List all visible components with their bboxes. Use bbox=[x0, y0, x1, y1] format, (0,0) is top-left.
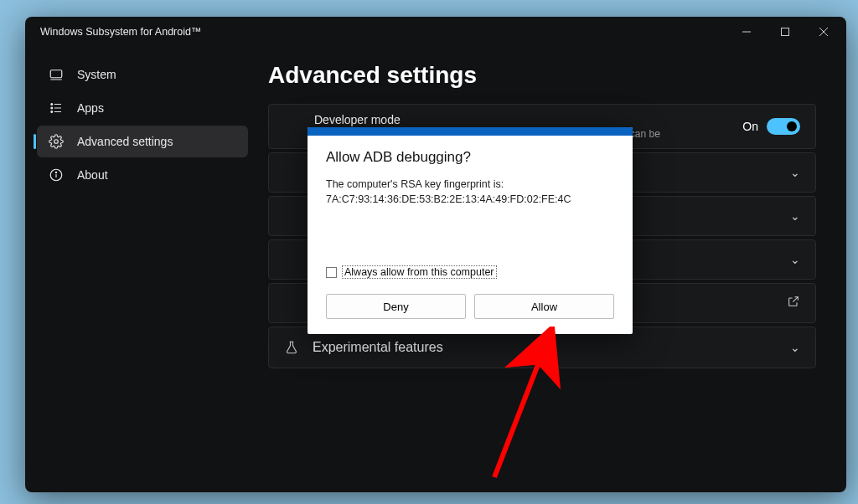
sidebar-item-label: System bbox=[77, 68, 116, 81]
sidebar-item-system[interactable]: System bbox=[37, 59, 248, 90]
svg-rect-1 bbox=[782, 28, 789, 36]
external-link-icon bbox=[787, 295, 800, 311]
flask-icon bbox=[284, 340, 299, 355]
sidebar-item-label: Apps bbox=[77, 101, 104, 115]
dialog-accent-bar bbox=[308, 127, 633, 136]
always-allow-checkbox[interactable] bbox=[326, 267, 337, 278]
sidebar: System Apps Advanced settings About bbox=[25, 47, 260, 492]
list-icon bbox=[49, 100, 64, 116]
minimize-button[interactable] bbox=[727, 17, 766, 47]
deny-button[interactable]: Deny bbox=[326, 294, 466, 319]
svg-point-6 bbox=[51, 104, 53, 105]
titlebar: Windows Subsystem for Android™ bbox=[25, 17, 846, 47]
sidebar-item-label: About bbox=[77, 168, 108, 182]
svg-point-12 bbox=[54, 140, 59, 144]
dialog-title: Allow ADB debugging? bbox=[326, 149, 614, 166]
close-button[interactable] bbox=[804, 17, 843, 47]
monitor-icon bbox=[49, 67, 64, 82]
sidebar-item-label: Advanced settings bbox=[77, 135, 173, 148]
sidebar-item-apps[interactable]: Apps bbox=[37, 92, 248, 124]
dialog-text-line: The computer's RSA key fingerprint is: bbox=[326, 177, 614, 193]
developer-mode-toggle[interactable] bbox=[767, 118, 800, 135]
svg-point-10 bbox=[51, 111, 53, 113]
info-icon bbox=[49, 167, 64, 183]
svg-rect-4 bbox=[50, 70, 62, 78]
page-title: Advanced settings bbox=[268, 62, 816, 89]
dialog-fingerprint: 7A:C7:93:14:36:DE:53:B2:2E:13:4A:49:FD:0… bbox=[326, 193, 614, 208]
svg-point-15 bbox=[55, 172, 56, 172]
developer-mode-label: Developer mode bbox=[314, 113, 742, 126]
adb-allow-dialog: Allow ADB debugging? The computer's RSA … bbox=[308, 127, 633, 334]
sidebar-item-advanced-settings[interactable]: Advanced settings bbox=[37, 126, 248, 157]
maximize-button[interactable] bbox=[766, 17, 804, 47]
toggle-state-label: On bbox=[742, 120, 758, 133]
svg-point-8 bbox=[51, 107, 53, 109]
gear-icon bbox=[49, 134, 64, 149]
allow-button[interactable]: Allow bbox=[474, 294, 614, 319]
sidebar-item-about[interactable]: About bbox=[37, 159, 248, 191]
always-allow-label: Always allow from this computer bbox=[342, 265, 497, 279]
chevron-down-icon: ⌄ bbox=[790, 166, 800, 179]
experimental-features-label: Experimental features bbox=[313, 340, 443, 355]
window-controls bbox=[727, 17, 843, 47]
chevron-down-icon: ⌄ bbox=[790, 209, 800, 223]
window-title: Windows Subsystem for Android™ bbox=[40, 26, 201, 38]
chevron-down-icon: ⌄ bbox=[790, 253, 800, 266]
chevron-down-icon: ⌄ bbox=[790, 341, 800, 354]
